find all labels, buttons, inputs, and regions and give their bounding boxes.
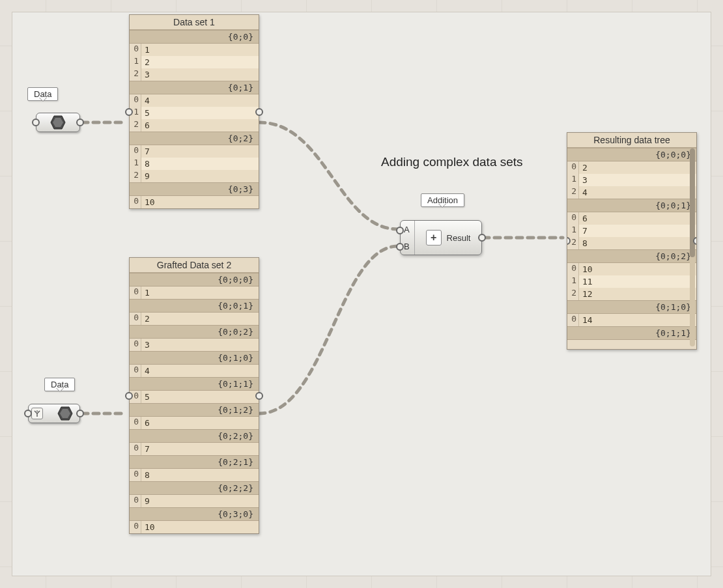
param-data2-label: Data	[44, 378, 75, 391]
branch-header: {0;1;0}	[567, 300, 696, 314]
data-row: 24	[567, 186, 696, 199]
data-row: 010	[130, 521, 259, 533]
branch-header: {0;1;2}	[130, 403, 259, 417]
data-row: 04	[130, 365, 259, 377]
panel-title: Data set 1	[130, 15, 259, 30]
panel-dataset1[interactable]: Data set 1 {0;0}011223{0;1}041526{0;2}07…	[129, 14, 259, 209]
addition-output-label: Result	[447, 233, 471, 243]
port-in[interactable]	[24, 410, 32, 417]
data-row: 06	[130, 417, 259, 429]
data-row: 212	[567, 288, 696, 300]
panel-port-out[interactable]	[255, 392, 263, 400]
data-row: 09	[130, 495, 259, 507]
data-row: 18	[130, 158, 259, 170]
branch-header: {0;0;1}	[130, 299, 259, 313]
graft-icon[interactable]	[31, 408, 43, 419]
data-row: 08	[130, 469, 259, 481]
branch-header: {0;0;2}	[130, 325, 259, 339]
param-data1-label: Data	[27, 87, 58, 101]
panel-body: {0;0}011223{0;1}041526{0;2}071829{0;3}01…	[130, 30, 259, 208]
data-row: 06	[567, 212, 696, 225]
data-row: 03	[130, 339, 259, 351]
data-row: 26	[130, 119, 259, 132]
branch-header: {0;1;1}	[130, 377, 259, 391]
panel-port-in[interactable]	[125, 392, 133, 400]
addition-label: Addition	[421, 193, 464, 207]
param-data2[interactable]	[28, 404, 80, 423]
data-row: 010	[567, 263, 696, 275]
data-row: 12	[130, 56, 259, 68]
panel-result[interactable]: Resulting data tree {0;0;0}021324{0;0;1}…	[567, 132, 697, 350]
branch-header: {0;1}	[130, 81, 259, 94]
panel-title: Grafted Data set 2	[130, 258, 259, 273]
data-row: 05	[130, 391, 259, 403]
branch-header: {0;2;2}	[130, 481, 259, 495]
data-row: 01	[130, 287, 259, 299]
data-row: 29	[130, 170, 259, 182]
data-row: 02	[567, 161, 696, 174]
data-row: 07	[130, 443, 259, 455]
branch-header: {0;2;0}	[130, 429, 259, 443]
plus-icon: +	[426, 230, 442, 245]
data-row: 02	[130, 313, 259, 325]
svg-marker-2	[36, 410, 38, 412]
data-row: 13	[567, 174, 696, 186]
port-b[interactable]	[396, 243, 404, 251]
branch-header: {0;2;1}	[130, 455, 259, 469]
data-row: 07	[130, 145, 259, 158]
branch-header: {0;0}	[130, 30, 259, 44]
branch-header: {0;0;0}	[567, 148, 696, 161]
hexagon-icon	[50, 115, 66, 130]
hexagon-icon	[57, 406, 73, 421]
port-out[interactable]	[76, 119, 84, 126]
addition-input-b: B	[404, 242, 414, 251]
panel-scrollbar[interactable]	[690, 148, 695, 346]
panel-title: Resulting data tree	[567, 133, 696, 148]
data-row: 010	[130, 196, 259, 208]
branch-header: {0;0;1}	[567, 199, 696, 212]
data-row: 17	[567, 225, 696, 237]
data-row: 111	[567, 275, 696, 288]
data-row: 01	[130, 44, 259, 56]
branch-header: {0;3;0}	[130, 507, 259, 521]
port-a[interactable]	[396, 227, 404, 234]
data-row: 23	[130, 68, 259, 81]
data-row: 15	[130, 107, 259, 119]
branch-header: {0;0;2}	[567, 249, 696, 263]
param-data1[interactable]	[36, 113, 80, 132]
data-row: 014	[567, 314, 696, 326]
branch-header: {0;2}	[130, 132, 259, 145]
headline-text: Adding complex data sets	[381, 155, 523, 169]
panel-port-out[interactable]	[255, 108, 263, 116]
panel-body: {0;0;0}01{0;0;1}02{0;0;2}03{0;1;0}04{0;1…	[130, 273, 259, 533]
port-result[interactable]	[478, 234, 486, 242]
branch-header: {0;0;0}	[130, 273, 259, 287]
panel-body: {0;0;0}021324{0;0;1}061728{0;0;2}0101112…	[567, 148, 696, 340]
data-row: 04	[130, 94, 259, 107]
branch-header: {0;3}	[130, 182, 259, 196]
panel-port-out[interactable]	[693, 237, 697, 245]
data-row: 28	[567, 237, 696, 249]
addition-input-a: A	[404, 225, 414, 234]
panel-port-in[interactable]	[125, 108, 133, 116]
branch-header: {0;1;0}	[130, 351, 259, 365]
addition-component[interactable]: A B + Result	[400, 220, 482, 255]
panel-dataset2[interactable]: Grafted Data set 2 {0;0;0}01{0;0;1}02{0;…	[129, 257, 259, 534]
port-in[interactable]	[32, 119, 40, 126]
port-out[interactable]	[76, 410, 84, 417]
branch-header: {0;1;1}	[567, 326, 696, 340]
